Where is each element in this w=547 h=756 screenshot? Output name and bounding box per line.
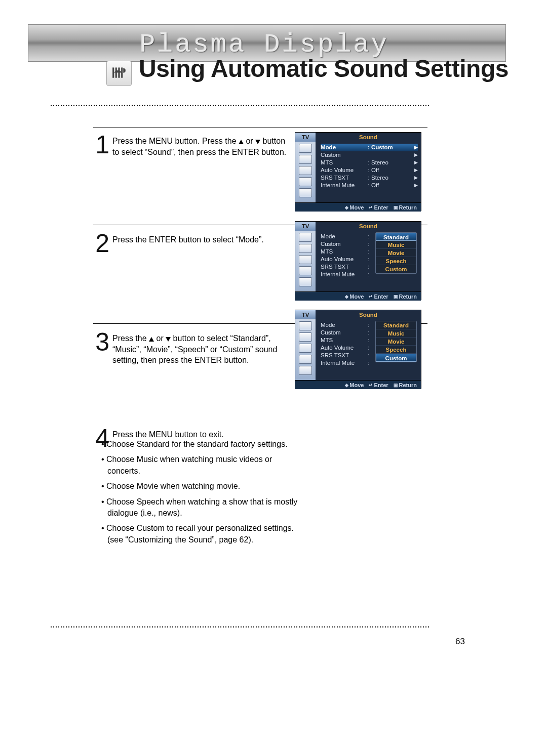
osd-title: Sound: [316, 222, 421, 231]
dotted-separator: [51, 105, 433, 107]
note-item: • Choose Speech when watching a show tha…: [101, 496, 304, 519]
sidebar-icon: [299, 155, 312, 164]
sidebar-icon: [299, 244, 312, 253]
osd-row: Custom▶: [321, 151, 418, 159]
osd-dropdown-option: Music: [376, 241, 416, 249]
note-item: • Choose Custom to recall your personali…: [101, 523, 304, 545]
osd-row: SRS TSXT:Stereo▶: [321, 174, 418, 182]
osd-screenshot-3: TV Sound Mode:Custom:MTS:Auto Volume:SRS…: [295, 310, 421, 389]
note-item: • Choose Movie when watching movie.: [101, 481, 304, 492]
sidebar-icon: [299, 188, 312, 197]
sidebar-icon: [299, 355, 312, 364]
sidebar-icon: [299, 366, 312, 375]
page: Plasma Display Using Automatic Sound Set…: [0, 0, 547, 756]
down-triangle-icon: [166, 337, 171, 342]
osd-dropdown-option: Movie: [376, 338, 416, 346]
step-number: 1: [93, 134, 109, 156]
osd-dropdown-option: Speech: [376, 257, 416, 265]
section-rule: [93, 128, 427, 128]
osd-sidebar: [295, 231, 316, 291]
page-number: 63: [455, 637, 465, 647]
osd-navbar: ◆Move ↵Enter ▣Return: [295, 291, 421, 301]
sidebar-icon: [299, 144, 312, 153]
osd-dropdown-option: Movie: [376, 249, 416, 257]
osd-row: Auto Volume:Off▶: [321, 166, 418, 174]
down-triangle-icon: [255, 140, 260, 144]
osd-screenshot-1: TV Sound Mode:Custom▶Custom▶MTS:Stereo▶A…: [295, 132, 421, 211]
osd-dropdown-option: Music: [376, 329, 416, 338]
music-note-icon: [106, 61, 132, 86]
up-triangle-icon: [239, 140, 244, 144]
osd-navbar: ◆Move ↵Enter ▣Return: [295, 380, 421, 389]
sidebar-icon: [299, 344, 312, 353]
sidebar-icon: [299, 266, 312, 275]
osd-screenshot-2: TV Sound Mode:Custom:MTS:Auto Volume:SRS…: [295, 221, 421, 300]
step-text: Press the MENU button. Press the or butt…: [109, 134, 287, 157]
osd-tv-label: TV: [295, 310, 316, 319]
osd-dropdown: StandardMusicMovieSpeechCustom: [375, 232, 417, 274]
sidebar-icon: [299, 332, 312, 342]
dotted-separator: [51, 626, 433, 628]
step-number: 3: [93, 331, 109, 354]
osd-tv-label: TV: [295, 133, 316, 142]
sidebar-icon: [299, 321, 312, 330]
osd-rows: Mode:Custom:MTS:Auto Volume:SRS TSXT:Int…: [316, 319, 421, 380]
osd-row: MTS:Stereo▶: [321, 159, 418, 166]
osd-title: Sound: [316, 133, 421, 142]
step-text: Press the or button to select “Standard”…: [109, 331, 287, 366]
sidebar-icon: [299, 177, 312, 186]
osd-dropdown-option: Speech: [376, 346, 416, 354]
step-number: 2: [93, 232, 109, 255]
osd-sidebar: [295, 319, 316, 380]
osd-sidebar: [295, 142, 316, 202]
sidebar-icon: [299, 166, 312, 175]
osd-row: Mode:Custom▶: [321, 144, 418, 151]
notes-list: • Choose Standard for the standard facto…: [101, 439, 304, 550]
page-title: Using Automatic Sound Settings: [139, 55, 509, 82]
osd-row: Internal Mute:Off▶: [321, 182, 418, 189]
up-triangle-icon: [149, 337, 154, 342]
osd-title: Sound: [316, 310, 421, 319]
osd-rows: Mode:Custom:MTS:Auto Volume:SRS TSXT:Int…: [316, 231, 421, 291]
note-item: • Choose Standard for the standard facto…: [101, 439, 304, 450]
osd-tv-label: TV: [295, 222, 316, 231]
step-text: Press the MENU button to exit.: [109, 427, 287, 440]
step-text: Press the ENTER button to select “Mode”.: [109, 232, 287, 245]
osd-dropdown-option: Standard: [376, 321, 416, 329]
osd-navbar: ◆Move ↵Enter ▣Return: [295, 202, 421, 212]
osd-rows: Mode:Custom▶Custom▶MTS:Stereo▶Auto Volum…: [316, 142, 421, 202]
note-item: • Choose Music when watching music video…: [101, 454, 304, 477]
osd-dropdown: StandardMusicMovieSpeechCustom: [375, 321, 417, 362]
sidebar-icon: [299, 277, 312, 286]
osd-dropdown-option: Custom: [376, 265, 416, 273]
sidebar-icon: [299, 255, 312, 264]
osd-dropdown-option: Standard: [376, 233, 416, 241]
osd-dropdown-option: Custom: [376, 354, 416, 362]
sidebar-icon: [299, 233, 312, 242]
